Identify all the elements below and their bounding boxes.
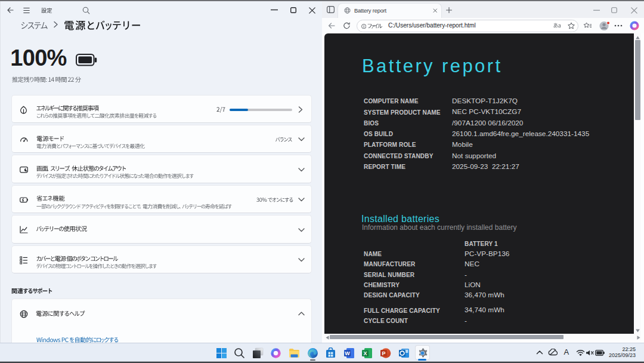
svg-text:W: W bbox=[345, 350, 350, 356]
svg-text:X: X bbox=[364, 350, 367, 356]
svg-text:P: P bbox=[382, 350, 385, 356]
